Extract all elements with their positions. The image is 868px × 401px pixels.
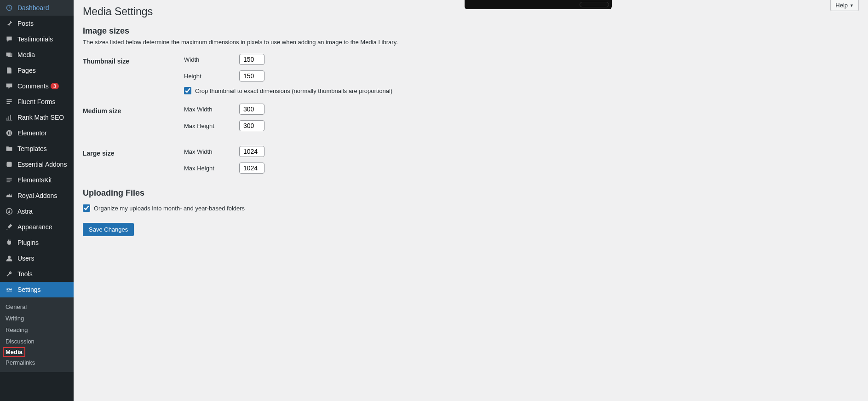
medium-maxwidth-input[interactable]	[239, 104, 264, 115]
large-maxheight-input[interactable]	[239, 163, 264, 174]
medium-label: Medium size	[83, 104, 184, 115]
large-maxwidth-label: Max Width	[184, 148, 239, 155]
settings-icon	[5, 285, 14, 294]
sidebar-item-essential-addons[interactable]: Essential Addons	[0, 157, 74, 172]
settings-submenu: General Writing Reading Discussion Media…	[0, 297, 74, 372]
menu-label: Rank Math SEO	[17, 114, 64, 121]
astra-icon	[5, 207, 14, 216]
thumbnail-width-input[interactable]	[239, 54, 264, 65]
sidebar-item-plugins[interactable]: Plugins	[0, 235, 74, 250]
notification-bar	[465, 0, 612, 9]
image-sizes-description: The sizes listed below determine the max…	[83, 39, 859, 46]
sidebar-item-royal-addons[interactable]: Royal Addons	[0, 188, 74, 203]
submenu-permalinks[interactable]: Permalinks	[0, 357, 74, 368]
pages-icon	[5, 66, 14, 75]
sidebar-item-fluentforms[interactable]: Fluent Forms	[0, 94, 74, 110]
crop-checkbox[interactable]	[184, 87, 191, 94]
sidebar-item-elementskit[interactable]: ElementsKit	[0, 172, 74, 188]
comments-badge: 3	[51, 83, 59, 89]
organize-label: Organize my uploads into month- and year…	[94, 205, 245, 212]
menu-label: Posts	[17, 20, 34, 27]
thumbnail-label: Thumbnail size	[83, 54, 184, 65]
medium-maxheight-input[interactable]	[239, 120, 264, 131]
sidebar-item-testimonials[interactable]: Testimonials	[0, 31, 74, 47]
sidebar-item-templates[interactable]: Templates	[0, 141, 74, 157]
menu-label: Fluent Forms	[17, 98, 55, 105]
sidebar-item-elementor[interactable]: Elementor	[0, 125, 74, 141]
section-uploading: Uploading Files	[83, 188, 859, 198]
chevron-down-icon: ▼	[850, 3, 854, 8]
sidebar-item-appearance[interactable]: Appearance	[0, 219, 74, 235]
row-medium: Medium size Max Width Max Height	[83, 104, 859, 137]
submenu-reading[interactable]: Reading	[0, 324, 74, 336]
menu-label: Royal Addons	[17, 192, 57, 199]
folder-icon	[5, 144, 14, 153]
width-label: Width	[184, 56, 239, 63]
form-icon	[5, 97, 14, 106]
help-tab[interactable]: Help▼	[830, 0, 859, 11]
menu-label: Dashboard	[17, 4, 49, 12]
sidebar-item-astra[interactable]: Astra	[0, 203, 74, 219]
large-maxwidth-input[interactable]	[239, 146, 264, 157]
addon-icon	[5, 160, 14, 169]
maxheight-label: Max Height	[184, 122, 239, 129]
submenu-writing[interactable]: Writing	[0, 313, 74, 324]
sidebar-item-rankmath[interactable]: Rank Math SEO	[0, 110, 74, 125]
brush-icon	[5, 222, 14, 232]
menu-label: ElementsKit	[17, 176, 52, 184]
notification-bubble	[580, 2, 609, 7]
testimonial-icon	[5, 35, 14, 44]
height-label: Height	[184, 73, 239, 80]
sidebar-item-pages[interactable]: Pages	[0, 63, 74, 78]
dashboard-icon	[5, 3, 14, 12]
menu-label: Settings	[17, 286, 41, 293]
row-large: Large size Max Width Max Height	[83, 146, 859, 179]
organize-checkbox[interactable]	[83, 204, 90, 212]
menu-label: Templates	[17, 145, 47, 152]
submenu-media[interactable]: Media	[3, 347, 25, 357]
chart-icon	[5, 113, 14, 122]
elementor-icon	[5, 128, 14, 138]
menu-label: Pages	[17, 67, 36, 74]
menu-label: Appearance	[17, 223, 52, 231]
crop-label: Crop thumbnail to exact dimensions (norm…	[195, 87, 392, 94]
menu-label: Users	[17, 255, 34, 262]
sidebar-item-comments[interactable]: Comments3	[0, 78, 74, 94]
sidebar-item-settings[interactable]: Settings	[0, 282, 74, 297]
large-maxheight-label: Max Height	[184, 165, 239, 172]
kit-icon	[5, 175, 14, 185]
svg-point-0	[6, 130, 12, 136]
sidebar-item-users[interactable]: Users	[0, 250, 74, 266]
help-label: Help	[835, 2, 848, 9]
comments-icon	[5, 81, 14, 91]
crown-icon	[5, 191, 14, 200]
wrench-icon	[5, 269, 14, 279]
admin-sidebar: Dashboard Posts Testimonials Media Pages…	[0, 0, 74, 401]
submenu-general[interactable]: General	[0, 301, 74, 313]
large-label: Large size	[83, 146, 184, 157]
svg-rect-1	[6, 162, 11, 167]
user-icon	[5, 254, 14, 263]
sidebar-item-dashboard[interactable]: Dashboard	[0, 0, 74, 16]
menu-label: Comments	[17, 82, 49, 90]
menu-label: Testimonials	[17, 35, 53, 43]
sidebar-item-tools[interactable]: Tools	[0, 266, 74, 282]
sidebar-item-posts[interactable]: Posts	[0, 16, 74, 31]
submenu-discussion[interactable]: Discussion	[0, 336, 74, 347]
thumbnail-height-input[interactable]	[239, 70, 264, 81]
maxwidth-label: Max Width	[184, 106, 239, 113]
menu-label: Astra	[17, 208, 33, 215]
main-content: Help▼ Media Settings Image sizes The siz…	[74, 0, 868, 401]
section-image-sizes: Image sizes	[83, 26, 859, 36]
menu-label: Elementor	[17, 129, 47, 137]
menu-label: Plugins	[17, 239, 39, 246]
svg-point-3	[8, 256, 11, 258]
save-button[interactable]: Save Changes	[83, 223, 134, 236]
plugin-icon	[5, 238, 14, 247]
sidebar-item-media[interactable]: Media	[0, 47, 74, 63]
media-icon	[5, 50, 14, 59]
row-thumbnail: Thumbnail size Width Height Crop thumbna…	[83, 54, 859, 94]
menu-label: Essential Addons	[17, 161, 67, 168]
pin-icon	[5, 19, 14, 28]
menu-label: Media	[17, 51, 35, 58]
